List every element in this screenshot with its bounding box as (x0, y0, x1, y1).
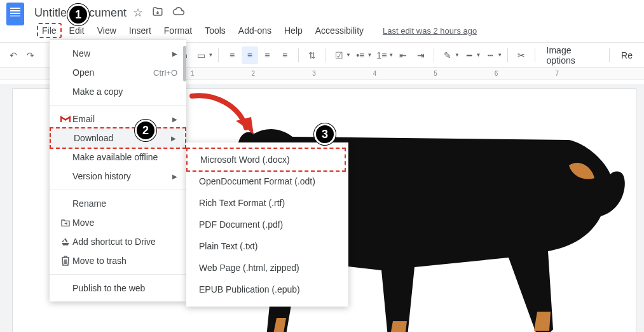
submenu-arrow-icon: ▶ (172, 173, 177, 180)
drive-shortcut-icon (58, 237, 72, 246)
file-menu-trash[interactable]: Move to trash (50, 251, 186, 270)
file-menu-new[interactable]: New ▶ (50, 44, 186, 63)
submenu-arrow-icon: ▶ (172, 116, 177, 123)
file-menu-download[interactable]: Download ▶ (50, 127, 186, 149)
menu-insert[interactable]: Insert (124, 23, 156, 38)
menu-accessibility[interactable]: Accessibility (310, 23, 369, 38)
menu-separator (50, 190, 186, 190)
menu-file[interactable]: File (37, 23, 62, 38)
chevron-down-icon[interactable]: ▼ (455, 52, 460, 58)
file-menu-publish[interactable]: Publish to the web (50, 279, 186, 298)
align-center-button[interactable]: ≡ (242, 46, 258, 64)
align-left-button[interactable]: ≡ (224, 46, 240, 64)
title-bar: Untitled document ☆ (0, 0, 644, 22)
chevron-down-icon[interactable]: ▼ (388, 52, 394, 58)
trash-icon (58, 256, 72, 266)
menu-format[interactable]: Format (159, 23, 197, 38)
label: Publish to the web (72, 283, 177, 293)
step-badge-1: 1 (67, 4, 89, 25)
bulleted-list-button[interactable]: •≡ (352, 46, 369, 64)
chevron-down-icon[interactable]: ▼ (476, 52, 481, 58)
menu-scrollbar-thumb[interactable] (183, 46, 186, 81)
separator (535, 48, 535, 62)
separator (507, 48, 508, 62)
download-html[interactable]: Web Page (.html, zipped) (186, 257, 348, 279)
move-to-folder-icon[interactable] (152, 6, 163, 20)
label: Make available offline (72, 152, 177, 162)
file-menu-open[interactable]: Open Ctrl+O (50, 63, 186, 82)
file-menu-rename[interactable]: Rename (50, 194, 186, 213)
folder-move-icon (58, 218, 72, 227)
separator (218, 48, 219, 62)
menu-tools[interactable]: Tools (200, 23, 231, 38)
label: Rename (72, 198, 177, 209)
file-menu-version-history[interactable]: Version history ▶ (50, 167, 186, 186)
label: Make a copy (72, 86, 177, 97)
ruler-mark: 4 (373, 70, 377, 77)
chevron-down-icon[interactable]: ▼ (497, 52, 502, 58)
download-odt[interactable]: OpenDocument Format (.odt) (186, 170, 348, 192)
line-spacing-button[interactable]: ⇅ (304, 46, 320, 64)
label: Email (72, 114, 172, 124)
separator (434, 48, 434, 62)
download-docx[interactable]: Microsoft Word (.docx) (186, 148, 346, 172)
download-txt[interactable]: Plain Text (.txt) (186, 235, 348, 257)
star-icon[interactable]: ☆ (133, 6, 143, 20)
label: Move to trash (72, 256, 177, 266)
shortcut-label: Ctrl+O (153, 68, 177, 78)
file-menu-add-shortcut[interactable]: Add shortcut to Drive (50, 232, 186, 251)
label: Move (72, 218, 177, 228)
menu-addons[interactable]: Add-ons (233, 23, 277, 38)
menu-separator (50, 105, 186, 106)
checklist-button[interactable]: ☑ (331, 46, 347, 64)
menu-help[interactable]: Help (279, 23, 308, 38)
ruler-mark: 6 (495, 70, 498, 77)
ruler-mark: 7 (555, 70, 559, 77)
label: Version history (72, 171, 172, 181)
submenu-arrow-icon: ▶ (171, 135, 176, 142)
menu-separator (50, 274, 186, 275)
crop-button[interactable]: ✂ (513, 46, 530, 64)
chevron-down-icon[interactable]: ▼ (346, 52, 351, 58)
file-menu-offline[interactable]: Make available offline (50, 148, 186, 167)
label: New (72, 48, 172, 59)
increase-indent-button[interactable]: ⇥ (413, 46, 429, 64)
label: Open (72, 67, 153, 78)
menu-view[interactable]: View (92, 23, 121, 38)
step-badge-2: 2 (135, 120, 156, 141)
numbered-list-button[interactable]: 1≡ (374, 46, 390, 64)
separator (609, 48, 610, 62)
label: Add shortcut to Drive (72, 237, 177, 247)
replace-image-button[interactable]: Re (615, 50, 639, 60)
gmail-icon (58, 115, 72, 123)
download-submenu: Microsoft Word (.docx) OpenDocument Form… (186, 142, 348, 307)
border-dash-button[interactable]: ┅ (482, 46, 498, 64)
image-options-button[interactable]: Image options (540, 45, 605, 66)
decrease-indent-button[interactable]: ⇤ (395, 46, 411, 64)
download-epub[interactable]: EPUB Publication (.epub) (186, 279, 348, 300)
separator (298, 48, 299, 62)
pen-button[interactable]: ✎ (439, 46, 456, 64)
ruler-mark: 1 (191, 70, 195, 77)
file-menu-move[interactable]: Move (50, 213, 186, 232)
undo-button[interactable]: ↶ (5, 46, 22, 64)
chevron-down-icon[interactable]: ▼ (208, 52, 213, 58)
file-menu-make-copy[interactable]: Make a copy (50, 82, 186, 101)
ruler-mark: 2 (252, 70, 256, 77)
last-edit-link[interactable]: Last edit was 2 hours ago (383, 26, 477, 36)
align-right-button[interactable]: ≡ (259, 46, 276, 64)
annotation-arrow-icon (189, 93, 259, 144)
cloud-status-icon[interactable] (172, 5, 185, 21)
label: Download (74, 133, 171, 143)
download-rtf[interactable]: Rich Text Format (.rtf) (186, 192, 348, 214)
download-pdf[interactable]: PDF Document (.pdf) (186, 214, 348, 235)
redo-button[interactable]: ↷ (23, 46, 39, 64)
ruler-mark: 5 (434, 70, 437, 77)
align-justify-button[interactable]: ≡ (277, 46, 293, 64)
border-style-button[interactable]: ▭ (193, 46, 210, 64)
step-badge-3: 3 (314, 123, 336, 145)
file-dropdown-menu: New ▶ Open Ctrl+O Make a copy Email ▶ Do… (50, 39, 186, 301)
border-weight-button[interactable]: ━ (461, 46, 477, 64)
file-menu-email[interactable]: Email ▶ (50, 109, 186, 128)
chevron-down-icon[interactable]: ▼ (367, 52, 373, 58)
